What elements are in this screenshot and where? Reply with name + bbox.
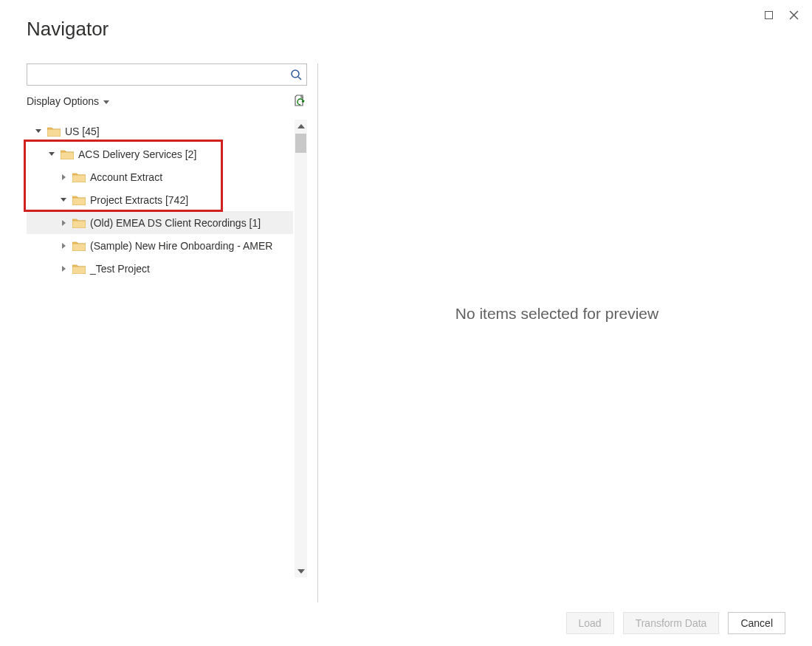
close-icon bbox=[789, 10, 799, 20]
expand-toggle[interactable] bbox=[59, 241, 68, 250]
folder-tree: US [45] ACS Delivery Services [2] Accoun… bbox=[27, 120, 293, 593]
svg-line-3 bbox=[298, 77, 301, 80]
tree-node-label: Account Extract bbox=[90, 171, 162, 183]
dialog-footer: Load Transform Data Cancel bbox=[566, 612, 785, 634]
search-box[interactable] bbox=[27, 63, 307, 86]
svg-rect-6 bbox=[72, 175, 86, 182]
tree-node-acs-delivery-services[interactable]: ACS Delivery Services [2] bbox=[27, 142, 293, 165]
svg-rect-7 bbox=[72, 198, 86, 205]
scroll-thumb[interactable] bbox=[295, 134, 306, 153]
tree-node-account-extract[interactable]: Account Extract bbox=[27, 165, 293, 188]
cancel-button[interactable]: Cancel bbox=[728, 612, 785, 634]
chevron-down-icon bbox=[103, 100, 109, 104]
close-button[interactable] bbox=[789, 10, 799, 20]
navigator-dialog: Navigator Display Options bbox=[0, 0, 812, 646]
transform-data-button[interactable]: Transform Data bbox=[623, 612, 720, 634]
tree-node-project-extracts[interactable]: Project Extracts [742] bbox=[27, 188, 293, 211]
svg-rect-5 bbox=[61, 152, 74, 159]
svg-rect-4 bbox=[47, 129, 61, 137]
tree-node-test-project[interactable]: _Test Project bbox=[27, 257, 293, 280]
svg-rect-10 bbox=[72, 267, 86, 274]
tree-node-label: (Old) EMEA DS Client Recordings [1] bbox=[90, 217, 261, 229]
scroll-down-arrow[interactable] bbox=[295, 565, 307, 577]
tree-node-us[interactable]: US [45] bbox=[27, 120, 293, 142]
svg-rect-8 bbox=[72, 221, 86, 228]
expand-toggle[interactable] bbox=[34, 127, 43, 136]
refresh-button[interactable] bbox=[294, 95, 307, 108]
tree-node-old-emea[interactable]: (Old) EMEA DS Client Recordings [1] bbox=[27, 211, 293, 234]
svg-point-2 bbox=[292, 70, 299, 78]
dialog-body: Display Options bbox=[27, 63, 785, 593]
folder-icon bbox=[47, 126, 61, 137]
preview-empty-message: No items selected for preview bbox=[455, 305, 658, 323]
page-title: Navigator bbox=[27, 18, 109, 41]
tree-node-label: ACS Delivery Services [2] bbox=[78, 148, 196, 160]
search-icon bbox=[286, 64, 306, 85]
maximize-button[interactable] bbox=[765, 11, 773, 19]
expand-toggle[interactable] bbox=[47, 150, 56, 159]
tree-node-sample-onboarding[interactable]: (Sample) New Hire Onboarding - AMER bbox=[27, 234, 293, 257]
expand-toggle[interactable] bbox=[59, 264, 68, 273]
preview-pane: No items selected for preview bbox=[328, 63, 785, 593]
navigator-left-pane: Display Options bbox=[27, 63, 307, 593]
display-options-label: Display Options bbox=[27, 95, 99, 107]
tree-node-label: Project Extracts [742] bbox=[90, 194, 188, 206]
folder-icon bbox=[72, 218, 86, 228]
options-row: Display Options bbox=[27, 92, 307, 111]
search-input[interactable] bbox=[27, 69, 286, 80]
pane-divider bbox=[317, 63, 318, 602]
expand-toggle[interactable] bbox=[59, 196, 68, 205]
load-button[interactable]: Load bbox=[566, 612, 614, 634]
tree-node-label: (Sample) New Hire Onboarding - AMER bbox=[90, 240, 272, 252]
page-refresh-icon bbox=[294, 95, 307, 108]
display-options-dropdown[interactable]: Display Options bbox=[27, 95, 109, 107]
expand-toggle[interactable] bbox=[59, 219, 68, 227]
folder-icon bbox=[72, 264, 86, 274]
tree-scrollbar[interactable] bbox=[295, 120, 307, 577]
folder-icon bbox=[72, 195, 86, 205]
maximize-icon bbox=[765, 11, 773, 19]
svg-rect-9 bbox=[72, 244, 86, 251]
folder-icon bbox=[72, 241, 86, 251]
folder-icon bbox=[72, 172, 86, 182]
expand-toggle[interactable] bbox=[59, 173, 68, 182]
tree-node-label: _Test Project bbox=[90, 263, 150, 275]
tree-node-label: US [45] bbox=[65, 126, 100, 137]
tree-area: US [45] ACS Delivery Services [2] Accoun… bbox=[27, 120, 307, 593]
folder-icon bbox=[61, 149, 74, 159]
scroll-up-arrow[interactable] bbox=[295, 120, 307, 132]
scroll-track[interactable] bbox=[295, 132, 307, 565]
titlebar-controls bbox=[765, 0, 812, 24]
